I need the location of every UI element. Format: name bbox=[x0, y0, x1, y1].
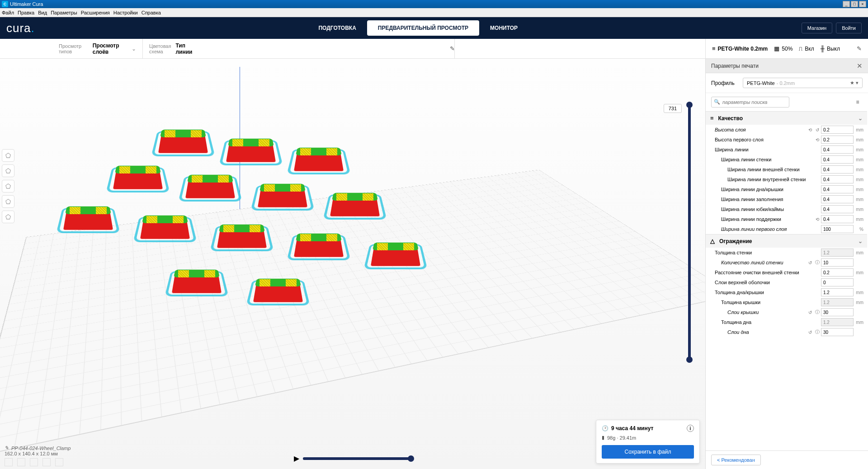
tool-view-2[interactable]: ⬠ bbox=[2, 164, 14, 177]
input-top-shell-layers[interactable] bbox=[821, 278, 854, 286]
infill-icon: ▦ bbox=[774, 45, 779, 52]
3d-viewport[interactable]: ⬠ ⬠ ⬠ ⬠ ⬠ ✎PP-044-024-Wheel_Clamp 162.0 … bbox=[0, 59, 705, 469]
fx-icon[interactable]: ⓘ bbox=[814, 259, 821, 266]
pencil-icon: ✎ bbox=[5, 445, 9, 451]
input-inner-wall-line-width[interactable] bbox=[821, 175, 854, 183]
input-wall-line-width[interactable] bbox=[821, 155, 854, 164]
print-time: 9 часа 44 минут bbox=[611, 425, 653, 431]
adhesion-icon: ╫ bbox=[821, 45, 825, 52]
chevron-down-icon: ⌄ bbox=[132, 46, 136, 52]
material-icon: ▮ bbox=[602, 435, 604, 441]
input-initial-line-width[interactable] bbox=[821, 225, 854, 233]
reset-icon[interactable]: ↺ bbox=[814, 127, 821, 132]
material-usage: 98g · 29.41m bbox=[607, 435, 636, 441]
link-icon[interactable]: ⟲ bbox=[814, 137, 821, 142]
view-3d-button[interactable] bbox=[5, 458, 13, 466]
category-quality[interactable]: ≡Качество⌄ bbox=[706, 111, 867, 125]
model-info: ✎PP-044-024-Wheel_Clamp 162.0 x 140.4 x … bbox=[5, 445, 71, 456]
input-initial-layer-height[interactable] bbox=[821, 136, 854, 144]
clock-icon: 🕑 bbox=[602, 425, 609, 431]
print-settings-panel: Параметры печати ✕ Профиль PETG-White - … bbox=[705, 59, 868, 469]
input-bottom-layers[interactable] bbox=[821, 328, 854, 336]
input-bottom-thickness[interactable] bbox=[821, 318, 854, 326]
tool-view-5[interactable]: ⬠ bbox=[2, 211, 14, 223]
reset-icon[interactable]: ↺ bbox=[807, 260, 814, 265]
menu-file[interactable]: Файл bbox=[2, 10, 14, 15]
stage-tabs: ПОДГОТОВКА ПРЕДВАРИТЕЛЬНЫЙ ПРОСМОТР МОНИ… bbox=[307, 20, 528, 36]
category-shell[interactable]: △Ограждение⌄ bbox=[706, 234, 867, 248]
edit-settings-icon[interactable]: ✎ bbox=[857, 45, 862, 52]
window-titlebar: C Ultimaker Cura _ □ × bbox=[0, 0, 868, 8]
save-card: 🕑 9 часа 44 минут i ▮ 98g · 29.41m Сохра… bbox=[596, 420, 700, 464]
input-outer-wall-wipe[interactable] bbox=[821, 268, 854, 277]
tool-view-3[interactable]: ⬠ bbox=[2, 180, 14, 192]
tab-prepare[interactable]: ПОДГОТОВКА bbox=[307, 20, 367, 36]
menu-view[interactable]: Вид bbox=[38, 10, 47, 15]
window-close-button[interactable]: × bbox=[859, 1, 866, 7]
input-outer-wall-line-width[interactable] bbox=[821, 165, 854, 174]
reset-icon[interactable]: ↺ bbox=[807, 310, 814, 315]
simulation-playbar: ▶ bbox=[294, 454, 411, 463]
menu-settings[interactable]: Параметры bbox=[51, 10, 77, 15]
menu-help[interactable]: Справка bbox=[142, 10, 161, 15]
close-panel-button[interactable]: ✕ bbox=[857, 62, 863, 70]
layer-number-label[interactable]: 731 bbox=[664, 104, 682, 113]
window-minimize-button[interactable]: _ bbox=[843, 1, 850, 7]
view-right-button[interactable] bbox=[55, 458, 63, 466]
input-topbot-thickness[interactable] bbox=[821, 288, 854, 296]
play-button[interactable]: ▶ bbox=[294, 454, 299, 463]
layer-slider[interactable] bbox=[683, 104, 696, 361]
input-infill-line-width[interactable] bbox=[821, 195, 854, 203]
print-summary-bar[interactable]: ≡PETG-White 0.2mm ▦50% ⎍Вкл ╫Выкл ✎ bbox=[705, 39, 868, 58]
signin-button[interactable]: Войти bbox=[836, 23, 862, 33]
settings-menu-button[interactable]: ≡ bbox=[853, 97, 863, 108]
profile-icon: ≡ bbox=[712, 45, 716, 52]
tool-view-4[interactable]: ⬠ bbox=[2, 195, 14, 208]
profile-label: Профиль bbox=[711, 80, 738, 86]
window-maximize-button[interactable]: □ bbox=[851, 1, 858, 7]
chevron-down-icon: ⌄ bbox=[858, 115, 863, 122]
recommended-mode-button[interactable]: < Рекомендован bbox=[711, 455, 761, 465]
input-wall-line-count[interactable] bbox=[821, 258, 854, 267]
input-top-layers[interactable] bbox=[821, 308, 854, 316]
input-top-thickness[interactable] bbox=[821, 298, 854, 306]
support-icon: ⎍ bbox=[799, 45, 802, 52]
input-skirt-line-width[interactable] bbox=[821, 205, 854, 213]
view-left-button[interactable] bbox=[42, 458, 51, 466]
color-scheme-selector[interactable]: Цветовая схема Тип линии ✎ bbox=[143, 39, 455, 58]
quality-icon: ≡ bbox=[710, 115, 714, 122]
top-bar: cura. ПОДГОТОВКА ПРЕДВАРИТЕЛЬНЫЙ ПРОСМОТ… bbox=[0, 17, 868, 39]
fx-icon[interactable]: ⓘ bbox=[814, 329, 821, 335]
view-type-selector[interactable]: Просмотр типов Просмотр слоёв ⌄ bbox=[52, 39, 143, 58]
star-icon: ★ ▾ bbox=[850, 80, 859, 86]
profile-selector[interactable]: PETG-White - 0.2mm ★ ▾ bbox=[743, 78, 863, 88]
reset-icon[interactable]: ↺ bbox=[807, 330, 814, 335]
settings-search-input[interactable] bbox=[711, 97, 789, 108]
shell-icon: △ bbox=[710, 238, 715, 244]
simulation-slider[interactable] bbox=[303, 457, 411, 460]
tab-preview[interactable]: ПРЕДВАРИТЕЛЬНЫЙ ПРОСМОТР bbox=[367, 20, 479, 36]
input-line-width[interactable] bbox=[821, 145, 854, 154]
menu-edit[interactable]: Правка bbox=[18, 10, 34, 15]
link-icon[interactable]: ⟲ bbox=[814, 217, 821, 222]
info-icon[interactable]: i bbox=[687, 425, 694, 432]
menu-extensions[interactable]: Расширения bbox=[81, 10, 110, 15]
view-mode-bar bbox=[5, 458, 63, 466]
marketplace-button[interactable]: Магазин bbox=[802, 23, 832, 33]
fx-icon[interactable]: ⓘ bbox=[814, 309, 821, 315]
link-icon[interactable]: ⟲ bbox=[807, 127, 814, 132]
tool-view-1[interactable]: ⬠ bbox=[2, 149, 14, 162]
menu-bar: Файл Правка Вид Параметры Расширения Нас… bbox=[0, 8, 868, 17]
tab-monitor[interactable]: МОНИТОР bbox=[479, 20, 528, 36]
input-support-line-width[interactable] bbox=[821, 215, 854, 223]
app-logo: cura. bbox=[6, 21, 35, 35]
save-to-file-button[interactable]: Сохранить в файл bbox=[602, 445, 694, 459]
input-topbot-line-width[interactable] bbox=[821, 185, 854, 193]
input-layer-height[interactable] bbox=[821, 126, 854, 134]
view-front-button[interactable] bbox=[17, 458, 25, 466]
view-top-button[interactable] bbox=[30, 458, 38, 466]
second-bar: Просмотр типов Просмотр слоёв ⌄ Цветовая… bbox=[0, 39, 868, 59]
menu-preferences[interactable]: Настройки bbox=[113, 10, 138, 15]
input-wall-thickness[interactable] bbox=[821, 249, 854, 257]
edit-icon[interactable]: ✎ bbox=[450, 45, 455, 52]
